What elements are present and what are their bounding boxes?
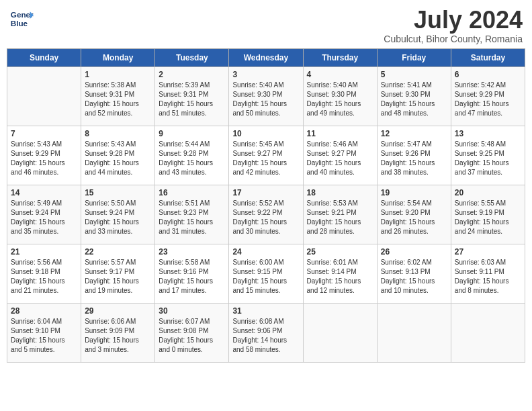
day-sunrise: Sunrise: 6:02 AM — [381, 259, 432, 266]
calendar-cell: 19 Sunrise: 5:54 AM Sunset: 9:20 PM Dayl… — [377, 185, 451, 244]
calendar-week-row: 1 Sunrise: 5:38 AM Sunset: 9:31 PM Dayli… — [7, 66, 525, 126]
calendar-cell — [377, 303, 451, 362]
day-sunrise: Sunrise: 6:00 AM — [232, 259, 283, 266]
day-daylight: Daylight: 15 hours and 51 minutes. — [159, 100, 213, 117]
calendar-cell — [303, 303, 377, 362]
day-sunset: Sunset: 9:30 PM — [232, 91, 282, 98]
day-number: 13 — [455, 129, 521, 138]
day-sunrise: Sunrise: 5:58 AM — [159, 259, 210, 266]
calendar-cell: 30 Sunrise: 6:07 AM Sunset: 9:08 PM Dayl… — [155, 303, 229, 362]
day-number: 12 — [381, 129, 447, 138]
month-year-title: July 2024 — [384, 7, 523, 34]
calendar-cell: 24 Sunrise: 6:00 AM Sunset: 9:15 PM Dayl… — [229, 244, 303, 303]
day-sunrise: Sunrise: 5:45 AM — [232, 140, 283, 148]
day-number: 7 — [11, 129, 77, 138]
day-daylight: Daylight: 15 hours and 30 minutes. — [232, 218, 287, 235]
calendar-cell: 1 Sunrise: 5:38 AM Sunset: 9:31 PM Dayli… — [81, 66, 155, 126]
calendar-cell: 31 Sunrise: 6:08 AM Sunset: 9:06 PM Dayl… — [229, 303, 303, 362]
day-number: 27 — [455, 247, 521, 257]
calendar-cell: 8 Sunrise: 5:43 AM Sunset: 9:28 PM Dayli… — [81, 126, 155, 185]
day-sunset: Sunset: 9:06 PM — [232, 327, 282, 334]
logo: General Blue General Blue — [9, 7, 34, 31]
day-number: 3 — [232, 70, 299, 79]
day-sunrise: Sunrise: 5:49 AM — [11, 199, 62, 207]
day-sunrise: Sunrise: 5:46 AM — [307, 140, 358, 148]
day-sunset: Sunset: 9:30 PM — [307, 91, 357, 98]
calendar-cell: 28 Sunrise: 6:04 AM Sunset: 9:10 PM Dayl… — [7, 303, 81, 362]
day-sunset: Sunset: 9:28 PM — [85, 150, 134, 157]
col-wednesday: Wednesday — [229, 48, 303, 66]
day-sunrise: Sunrise: 6:01 AM — [307, 259, 358, 266]
day-daylight: Daylight: 15 hours and 3 minutes. — [85, 336, 139, 353]
day-daylight: Daylight: 15 hours and 33 minutes. — [85, 218, 139, 235]
calendar-cell: 21 Sunrise: 5:56 AM Sunset: 9:18 PM Dayl… — [7, 244, 81, 303]
calendar-cell: 22 Sunrise: 5:57 AM Sunset: 9:17 PM Dayl… — [81, 244, 155, 303]
day-daylight: Daylight: 15 hours and 44 minutes. — [85, 159, 139, 176]
day-sunset: Sunset: 9:27 PM — [232, 150, 282, 157]
day-sunrise: Sunrise: 5:56 AM — [11, 259, 62, 266]
calendar-cell: 10 Sunrise: 5:45 AM Sunset: 9:27 PM Dayl… — [229, 126, 303, 185]
day-number: 30 — [159, 306, 225, 316]
day-sunset: Sunset: 9:10 PM — [11, 327, 60, 334]
day-daylight: Daylight: 15 hours and 38 minutes. — [381, 159, 435, 176]
calendar-cell: 27 Sunrise: 6:03 AM Sunset: 9:11 PM Dayl… — [451, 244, 525, 303]
day-sunset: Sunset: 9:14 PM — [307, 268, 357, 275]
day-number: 16 — [159, 188, 225, 197]
day-sunrise: Sunrise: 5:40 AM — [307, 81, 358, 89]
day-sunrise: Sunrise: 5:43 AM — [11, 140, 62, 148]
location-subtitle: Cubulcut, Bihor County, Romania — [384, 34, 523, 44]
day-sunset: Sunset: 9:25 PM — [455, 150, 504, 157]
day-number: 17 — [232, 188, 299, 197]
day-sunrise: Sunrise: 5:47 AM — [381, 140, 432, 148]
day-daylight: Daylight: 15 hours and 35 minutes. — [11, 218, 65, 235]
col-friday: Friday — [377, 48, 451, 66]
day-sunrise: Sunrise: 5:54 AM — [381, 199, 432, 207]
calendar-cell: 3 Sunrise: 5:40 AM Sunset: 9:30 PM Dayli… — [229, 66, 303, 126]
calendar-table: Sunday Monday Tuesday Wednesday Thursday… — [7, 48, 525, 363]
col-saturday: Saturday — [451, 48, 525, 66]
day-sunrise: Sunrise: 5:43 AM — [85, 140, 136, 148]
day-sunset: Sunset: 9:29 PM — [455, 91, 504, 98]
logo-icon: General Blue — [9, 7, 34, 31]
day-sunset: Sunset: 9:28 PM — [159, 150, 208, 157]
day-daylight: Daylight: 15 hours and 10 minutes. — [381, 277, 435, 294]
calendar-cell — [451, 303, 525, 362]
calendar-cell: 11 Sunrise: 5:46 AM Sunset: 9:27 PM Dayl… — [303, 126, 377, 185]
day-sunrise: Sunrise: 6:06 AM — [85, 318, 136, 325]
calendar-cell: 4 Sunrise: 5:40 AM Sunset: 9:30 PM Dayli… — [303, 66, 377, 126]
day-sunset: Sunset: 9:09 PM — [85, 327, 134, 334]
day-sunrise: Sunrise: 5:53 AM — [307, 199, 358, 207]
day-daylight: Daylight: 15 hours and 31 minutes. — [159, 218, 213, 235]
day-number: 25 — [307, 247, 373, 257]
day-sunrise: Sunrise: 5:52 AM — [232, 199, 283, 207]
day-daylight: Daylight: 15 hours and 40 minutes. — [307, 159, 361, 176]
day-number: 28 — [11, 306, 77, 316]
day-number: 11 — [307, 129, 373, 138]
day-sunset: Sunset: 9:31 PM — [159, 91, 208, 98]
day-sunrise: Sunrise: 5:44 AM — [159, 140, 210, 148]
calendar-cell: 18 Sunrise: 5:53 AM Sunset: 9:21 PM Dayl… — [303, 185, 377, 244]
day-sunset: Sunset: 9:22 PM — [232, 209, 282, 216]
day-daylight: Daylight: 15 hours and 17 minutes. — [159, 277, 213, 294]
day-sunrise: Sunrise: 5:50 AM — [85, 199, 136, 207]
calendar-cell: 17 Sunrise: 5:52 AM Sunset: 9:22 PM Dayl… — [229, 185, 303, 244]
day-daylight: Daylight: 15 hours and 12 minutes. — [307, 277, 361, 294]
day-daylight: Daylight: 14 hours and 58 minutes. — [232, 336, 287, 353]
day-number: 1 — [85, 70, 151, 79]
day-number: 9 — [159, 129, 225, 138]
calendar-cell: 26 Sunrise: 6:02 AM Sunset: 9:13 PM Dayl… — [377, 244, 451, 303]
day-sunset: Sunset: 9:19 PM — [455, 209, 504, 216]
day-daylight: Daylight: 15 hours and 46 minutes. — [11, 159, 65, 176]
day-number: 10 — [232, 129, 299, 138]
col-monday: Monday — [81, 48, 155, 66]
day-daylight: Daylight: 15 hours and 50 minutes. — [232, 100, 287, 117]
day-sunset: Sunset: 9:08 PM — [159, 327, 208, 334]
calendar-cell: 6 Sunrise: 5:42 AM Sunset: 9:29 PM Dayli… — [451, 66, 525, 126]
calendar-week-row: 14 Sunrise: 5:49 AM Sunset: 9:24 PM Dayl… — [7, 185, 525, 244]
day-daylight: Daylight: 15 hours and 21 minutes. — [11, 277, 65, 294]
day-daylight: Daylight: 15 hours and 26 minutes. — [381, 218, 435, 235]
day-daylight: Daylight: 15 hours and 24 minutes. — [455, 218, 509, 235]
day-sunrise: Sunrise: 5:48 AM — [455, 140, 506, 148]
day-sunset: Sunset: 9:20 PM — [381, 209, 431, 216]
day-daylight: Daylight: 15 hours and 48 minutes. — [381, 100, 435, 117]
